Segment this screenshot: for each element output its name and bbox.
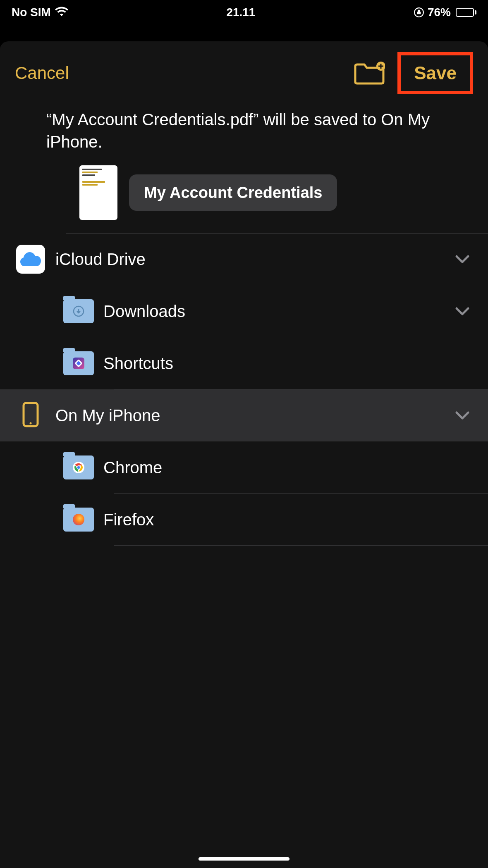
location-label: Shortcuts [103,354,488,373]
location-chrome[interactable]: Chrome [0,441,488,494]
background-app-header: Done My Account Credentials [0,24,488,31]
folder-icon [63,351,94,375]
folder-icon [63,508,94,532]
sheet-header: Cancel Save [0,41,488,105]
save-button[interactable]: Save [414,63,457,83]
location-label: iCloud Drive [55,250,455,269]
chevron-down-icon [455,411,470,420]
icloud-icon [16,245,45,274]
rotation-lock-icon [414,7,424,18]
save-button-highlight: Save [397,52,473,94]
location-label: Chrome [103,458,488,477]
wifi-icon [55,6,68,19]
location-icloud-drive[interactable]: iCloud Drive [0,233,488,285]
status-bar: No SIM 21.11 76% [0,0,488,24]
carrier-label: No SIM [12,6,51,19]
location-downloads[interactable]: Downloads [0,285,488,337]
save-file-sheet: Cancel Save “My Account Credentials.pdf”… [0,41,488,868]
time-label: 21.11 [226,6,255,19]
filename-text: My Account Credentials [144,184,322,202]
status-left: No SIM [12,6,68,19]
location-label: On My iPhone [55,406,455,425]
save-description: “My Account Credentials.pdf” will be sav… [0,105,488,165]
location-list: iCloud Drive Downloads [0,233,488,546]
cancel-button[interactable]: Cancel [15,63,69,83]
location-shortcuts[interactable]: Shortcuts [0,337,488,389]
location-on-my-iphone[interactable]: On My iPhone [0,389,488,441]
location-label: Firefox [103,510,488,529]
folder-icon [63,299,94,323]
file-preview-row: My Account Credentials [0,165,488,233]
chevron-down-icon [455,307,470,316]
location-label: Downloads [103,302,455,321]
folder-icon [63,455,94,479]
file-thumbnail[interactable] [79,165,117,220]
status-right: 76% [414,6,476,19]
header-right: Save [354,52,473,94]
battery-icon [454,8,476,17]
svg-point-6 [30,422,32,424]
battery-percent-label: 76% [428,6,451,19]
iphone-icon [22,402,39,429]
new-folder-icon[interactable] [354,61,385,85]
chevron-down-icon [455,255,470,264]
location-firefox[interactable]: Firefox [0,494,488,546]
filename-field[interactable]: My Account Credentials [129,174,337,211]
home-indicator[interactable] [199,857,289,861]
